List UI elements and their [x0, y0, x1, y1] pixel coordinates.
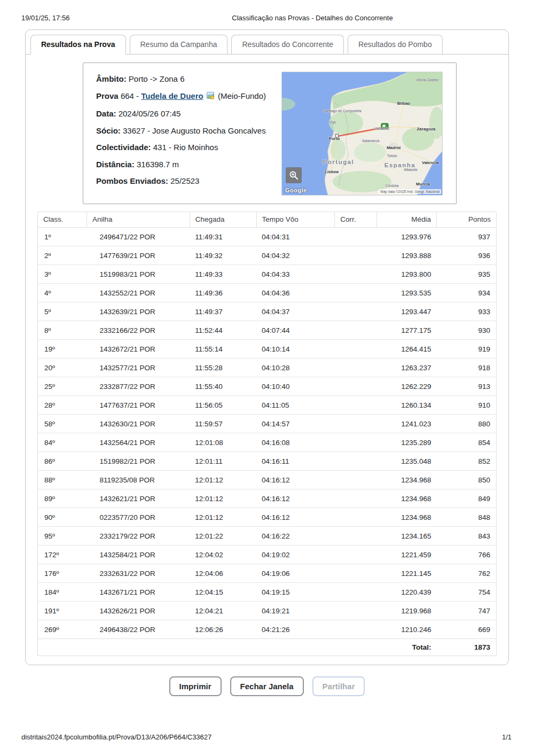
- action-button: Partilhar: [312, 676, 365, 696]
- google-watermark: Google: [285, 187, 307, 193]
- cell-tempo: 04:21:26: [256, 620, 335, 639]
- cell-corr: [335, 489, 377, 508]
- col-header-corr: Corr.: [335, 212, 377, 228]
- magnifier-plus-icon: [289, 170, 299, 180]
- cell-pontos: 754: [437, 583, 497, 602]
- cell-class: 19º: [38, 340, 87, 358]
- total-label: Total:: [377, 639, 437, 656]
- result-row: 8º 2332166/22 POR 11:52:44 04:07:44 1277…: [38, 321, 497, 340]
- cell-media: 1262.229: [377, 377, 437, 396]
- col-header-class: Class.: [38, 212, 87, 228]
- cell-chegada: 11:59:57: [190, 415, 256, 433]
- tab[interactable]: Resultados do Pombo: [348, 35, 443, 54]
- cell-media: 1293.800: [377, 265, 437, 284]
- info-colectividade: Colectividade: 431 - Rio Moinhos: [96, 143, 266, 152]
- footer-page-number: 1/1: [502, 733, 512, 741]
- cell-pontos: 843: [437, 527, 497, 545]
- cell-tempo: 04:16:12: [256, 471, 335, 489]
- cell-chegada: 11:49:32: [190, 246, 256, 265]
- cell-tempo: 04:10:14: [256, 340, 335, 358]
- result-row: 269º 2496438/22 POR 12:06:26 04:21:26 12…: [38, 620, 497, 639]
- map-place-label: Portugal: [323, 159, 355, 165]
- col-header-media: Média: [377, 212, 437, 228]
- cell-media: 1263.237: [377, 358, 437, 377]
- action-button[interactable]: Fechar Janela: [230, 676, 304, 696]
- race-info-box: Âmbito: Porto -> Zona 6 Prova 664 - Tude…: [83, 63, 457, 204]
- cell-pontos: 919: [437, 340, 497, 358]
- route-map: Vitoria-Gasteiz Santiago de Compostela B…: [282, 72, 442, 195]
- result-row: 4º 1432552/21 POR 11:49:36 04:04:36 1293…: [38, 284, 497, 302]
- tab[interactable]: Resumo da Campanha: [130, 35, 228, 54]
- cell-tempo: 04:04:31: [256, 228, 335, 246]
- cell-media: 1235.289: [377, 433, 437, 452]
- tab[interactable]: Resultados do Concorrente: [231, 35, 343, 54]
- result-row: 176º 2332631/22 POR 12:04:06 04:19:06 12…: [38, 564, 497, 583]
- result-row: 184º 1432671/21 POR 12:04:15 04:19:15 12…: [38, 583, 497, 602]
- result-row: 1º 2496471/22 POR 11:49:31 04:04:31 1293…: [38, 228, 497, 246]
- cell-class: 8º: [38, 321, 87, 340]
- cell-media: 1260.134: [377, 396, 437, 415]
- map-place-label: Santiago de Compostela: [323, 109, 361, 113]
- cell-media: 1219.968: [377, 602, 437, 620]
- map-place-label: Valladolid: [374, 127, 389, 130]
- cell-tempo: 04:16:12: [256, 508, 335, 527]
- tab[interactable]: Resultados na Prova: [30, 35, 126, 54]
- result-row: 19º 1432672/21 POR 11:55:14 04:10:14 126…: [38, 340, 497, 358]
- cell-corr: [335, 340, 377, 358]
- cell-tempo: 04:14:57: [256, 415, 335, 433]
- cell-media: 1210.246: [377, 620, 437, 639]
- map-link-icon[interactable]: [207, 92, 215, 102]
- map-place-label: Salamanca: [362, 139, 380, 143]
- cell-anilha: 1432672/21 POR: [87, 340, 190, 358]
- map-zoom-button[interactable]: [286, 167, 302, 183]
- cell-anilha: 8119235/08 POR: [87, 471, 190, 489]
- cell-chegada: 12:01:11: [190, 452, 256, 471]
- map-place-label: Murcia: [416, 182, 430, 186]
- cell-anilha: 0223577/20 POR: [87, 508, 190, 527]
- cell-pontos: 910: [437, 396, 497, 415]
- result-row: 95º 2332179/22 POR 12:01:22 04:16:22 123…: [38, 527, 497, 545]
- cell-chegada: 11:49:31: [190, 228, 256, 246]
- cell-pontos: 850: [437, 471, 497, 489]
- cell-media: 1293.976: [377, 228, 437, 246]
- info-prova: Prova 664 - Tudela de Duero (Meio-Fundo): [96, 91, 266, 102]
- prova-location-link[interactable]: Tudela de Duero: [141, 91, 203, 100]
- cell-tempo: 04:19:21: [256, 602, 335, 620]
- map-place-label: Valencia: [422, 160, 439, 165]
- info-ambito: Âmbito: Porto -> Zona 6: [96, 74, 266, 83]
- cell-media: 1264.415: [377, 340, 437, 358]
- results-table-body: 1º 2496471/22 POR 11:49:31 04:04:31 1293…: [38, 228, 497, 639]
- cell-media: 1293.535: [377, 284, 437, 302]
- main-panel: Resultados na Prova Resumo da Campanha R…: [25, 29, 509, 665]
- result-row: 5º 1432639/21 POR 11:49:37 04:04:37 1293…: [38, 302, 497, 321]
- cell-class: 2º: [38, 246, 87, 265]
- cell-corr: [335, 265, 377, 284]
- action-button[interactable]: Imprimir: [169, 676, 222, 696]
- cell-corr: [335, 284, 377, 302]
- cell-corr: [335, 583, 377, 602]
- cell-pontos: 913: [437, 377, 497, 396]
- cell-anilha: 2496438/22 POR: [87, 620, 190, 639]
- results-table-header: Class. Anilha Chegada Tempo Vôo Corr. Mé…: [38, 212, 497, 228]
- cell-pontos: 669: [437, 620, 497, 639]
- result-row: 3º 1519983/21 POR 11:49:33 04:04:33 1293…: [38, 265, 497, 284]
- cell-pontos: 766: [437, 545, 497, 564]
- cell-corr: [335, 377, 377, 396]
- cell-pontos: 848: [437, 508, 497, 527]
- cell-corr: [335, 527, 377, 545]
- cell-pontos: 935: [437, 265, 497, 284]
- map-attribution: Map data ©2025 Inst. Geogr. Nacional: [379, 189, 441, 194]
- cell-pontos: 747: [437, 602, 497, 620]
- cell-tempo: 04:07:44: [256, 321, 335, 340]
- cell-tempo: 04:16:22: [256, 527, 335, 545]
- action-buttons: Imprimir Fechar Janela Partilhar: [0, 676, 534, 696]
- cell-anilha: 1519983/21 POR: [87, 265, 190, 284]
- cell-tempo: 04:04:37: [256, 302, 335, 321]
- cell-corr: [335, 302, 377, 321]
- cell-tempo: 04:10:40: [256, 377, 335, 396]
- cell-corr: [335, 396, 377, 415]
- cell-tempo: 04:11:05: [256, 396, 335, 415]
- cell-tempo: 04:19:06: [256, 564, 335, 583]
- cell-corr: [335, 545, 377, 564]
- map-place-label: Porto: [329, 136, 340, 141]
